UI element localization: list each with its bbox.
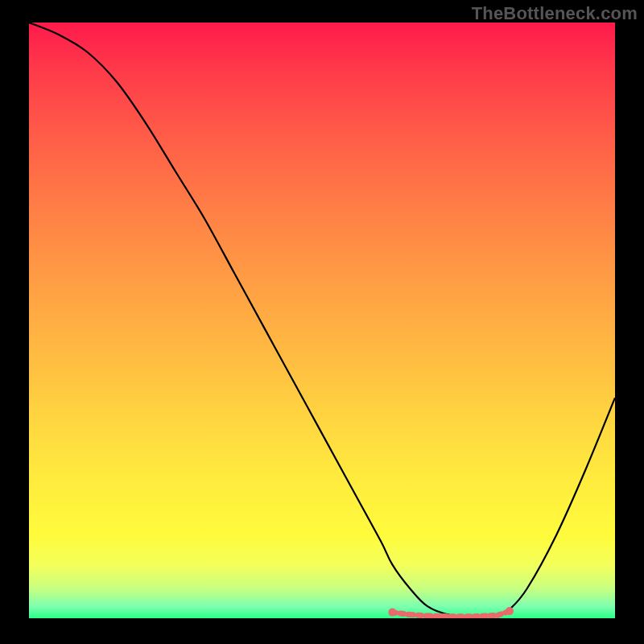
optimal-range-endpoint <box>388 609 396 617</box>
chart-svg <box>29 23 615 618</box>
watermark-text: TheBottleneck.com <box>472 3 638 24</box>
optimal-range-markers <box>388 607 514 617</box>
optimal-range-endpoint <box>506 607 514 615</box>
plot-area <box>29 23 615 618</box>
optimal-range-segment <box>474 615 497 617</box>
bottleneck-curve <box>29 23 615 617</box>
optimal-range-segment <box>427 616 451 617</box>
chart-container: TheBottleneck.com <box>0 0 644 644</box>
